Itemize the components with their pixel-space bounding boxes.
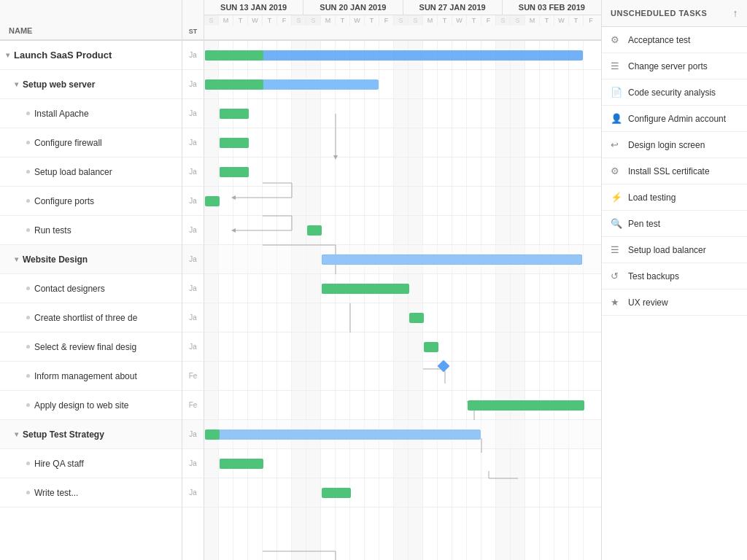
- bar-configure-ports-green[interactable]: [205, 196, 220, 206]
- status-0: Ja: [182, 41, 204, 70]
- collapse-icon-13[interactable]: ▾: [15, 430, 18, 438]
- task-row-launch-saas[interactable]: ▾ Launch SaaS Product: [0, 41, 182, 70]
- day-w2: W: [350, 15, 365, 26]
- task-row-install-apache[interactable]: Install Apache: [0, 99, 182, 128]
- status-14: Ja: [182, 449, 204, 478]
- dot-icon-11: [26, 374, 30, 378]
- task-row-apply-design[interactable]: Apply design to web site: [0, 391, 182, 420]
- dot-icon-14: [26, 462, 30, 465]
- bar-contact-designers-green[interactable]: [322, 284, 409, 294]
- unscheduled-list: ⚙ Acceptance test ☰ Change server ports …: [602, 27, 747, 560]
- unscheduled-panel: UNSCHEDULED TASKS ↑ ⚙ Acceptance test ☰ …: [601, 0, 747, 560]
- task-name-3: Configure firewall: [34, 138, 102, 148]
- task-name-10: Select & review final desig: [34, 342, 136, 352]
- day-s3: S: [409, 15, 423, 26]
- status-15: Ja: [182, 478, 204, 508]
- status-9: Ja: [182, 303, 204, 332]
- day-sa1: S: [292, 15, 306, 26]
- task-row-contact-designers[interactable]: Contact designers: [0, 274, 182, 303]
- names-column: ▾ Launch SaaS Product ▾ Setup web server…: [0, 41, 182, 560]
- task-name-14: Hire QA staff: [34, 459, 84, 469]
- dot-icon-10: [26, 345, 30, 349]
- collapse-icon-1[interactable]: ▾: [15, 80, 18, 88]
- task-row-select-review[interactable]: Select & review final desig: [0, 332, 182, 362]
- dot-icon-6: [26, 228, 30, 232]
- task-row-shortlist[interactable]: Create shortlist of three de: [0, 303, 182, 332]
- status-1: Ja: [182, 70, 204, 99]
- day-t1: T: [233, 15, 248, 26]
- day-m4: M: [525, 15, 540, 26]
- dot-icon-15: [26, 491, 30, 494]
- bar-write-test-green[interactable]: [322, 488, 351, 498]
- timeline-header: SUN 13 JAN 2019 SUN 20 JAN 2019 SUN 27 J…: [204, 0, 601, 39]
- bar-hire-qa-green[interactable]: [220, 459, 263, 469]
- collapse-icon-7[interactable]: ▾: [15, 255, 18, 263]
- task-label-ssl: Install SSL certificate: [628, 166, 710, 176]
- week-3: SUN 27 JAN 2019: [403, 0, 503, 15]
- unscheduled-item-change-ports[interactable]: ☰ Change server ports: [602, 53, 747, 79]
- task-label-code-security: Code security analysis: [628, 88, 716, 98]
- unscheduled-item-configure-admin[interactable]: 👤 Configure Admin account: [602, 106, 747, 132]
- task-row-setup-lb[interactable]: Setup load balancer: [0, 158, 182, 187]
- bar-launch-saas-green[interactable]: [205, 50, 263, 61]
- task-row-configure-ports[interactable]: Configure ports: [0, 187, 182, 216]
- task-label-test-backups: Test backups: [628, 271, 679, 281]
- task-name-1: Setup web server: [23, 79, 95, 90]
- collapse-icon-0[interactable]: ▾: [6, 51, 9, 59]
- bar-install-apache-green[interactable]: [220, 109, 249, 119]
- unscheduled-item-pen-test[interactable]: 🔍 Pen test: [602, 211, 747, 237]
- dot-icon-4: [26, 170, 30, 174]
- bar-setup-web-green[interactable]: [205, 79, 263, 90]
- day-th3: T: [467, 15, 481, 26]
- task-row-website-design[interactable]: ▾ Website Design: [0, 245, 182, 274]
- bar-select-review-green[interactable]: [424, 342, 438, 352]
- status-2: Ja: [182, 99, 204, 128]
- unscheduled-item-setup-lb[interactable]: ☰ Setup load balancer: [602, 237, 747, 263]
- search-icon-1: 🔍: [611, 218, 622, 229]
- dot-icon-9: [26, 316, 30, 319]
- dot-icon-12: [26, 403, 30, 407]
- task-row-configure-firewall[interactable]: Configure firewall: [0, 128, 182, 158]
- bar-configure-firewall-green[interactable]: [220, 138, 249, 148]
- status-col-header: ST: [182, 0, 204, 39]
- task-row-setup-web[interactable]: ▾ Setup web server: [0, 70, 182, 99]
- day-t2: T: [336, 15, 350, 26]
- task-row-run-tests[interactable]: Run tests: [0, 216, 182, 245]
- unscheduled-item-test-backups[interactable]: ↺ Test backups: [602, 263, 747, 289]
- task-name-11: Inform management about: [34, 371, 137, 381]
- day-m3: M: [423, 15, 438, 26]
- day-f3: F: [481, 15, 496, 26]
- task-label-acceptance-test: Acceptance test: [628, 35, 690, 45]
- day-m2: M: [321, 15, 336, 26]
- refresh-icon-1: ↺: [611, 271, 622, 281]
- unscheduled-item-ssl[interactable]: ⚙ Install SSL certificate: [602, 158, 747, 184]
- dot-icon-8: [26, 287, 30, 290]
- task-name-12: Apply design to web site: [34, 400, 128, 411]
- dot-icon-5: [26, 199, 30, 203]
- status-12: Fe: [182, 391, 204, 420]
- task-row-hire-qa[interactable]: Hire QA staff: [0, 449, 182, 478]
- bar-setup-lb-green[interactable]: [220, 167, 249, 177]
- bar-shortlist-green[interactable]: [409, 313, 424, 323]
- task-name-5: Configure ports: [34, 196, 94, 206]
- bar-website-design-blue2[interactable]: [322, 254, 582, 265]
- sort-button[interactable]: ↑: [733, 7, 739, 19]
- unscheduled-item-load-testing[interactable]: ⚡ Load testing: [602, 184, 747, 211]
- day-f1: F: [277, 15, 292, 26]
- unscheduled-title: UNSCHEDULED TASKS: [611, 9, 707, 18]
- task-name-6: Run tests: [34, 225, 71, 236]
- unscheduled-item-design-login[interactable]: ↩ Design login screen: [602, 132, 747, 158]
- task-row-test-strategy[interactable]: ▾ Setup Test Strategy: [0, 420, 182, 449]
- task-row-write-test[interactable]: Write test...: [0, 478, 182, 508]
- task-row-inform-management[interactable]: Inform management about: [0, 362, 182, 391]
- unscheduled-item-code-security[interactable]: 📄 Code security analysis: [602, 79, 747, 106]
- day-t4: T: [540, 15, 554, 26]
- bar-test-strategy-green[interactable]: [205, 429, 220, 440]
- bar-run-tests-green[interactable]: [307, 225, 322, 236]
- bar-apply-design-green[interactable]: [468, 400, 584, 411]
- unscheduled-item-ux-review[interactable]: ★ UX review: [602, 289, 747, 316]
- week-2: SUN 20 JAN 2019: [303, 0, 403, 15]
- bar-test-strategy-blue[interactable]: [205, 429, 481, 440]
- unscheduled-item-acceptance-test[interactable]: ⚙ Acceptance test: [602, 27, 747, 53]
- status-4: Ja: [182, 158, 204, 187]
